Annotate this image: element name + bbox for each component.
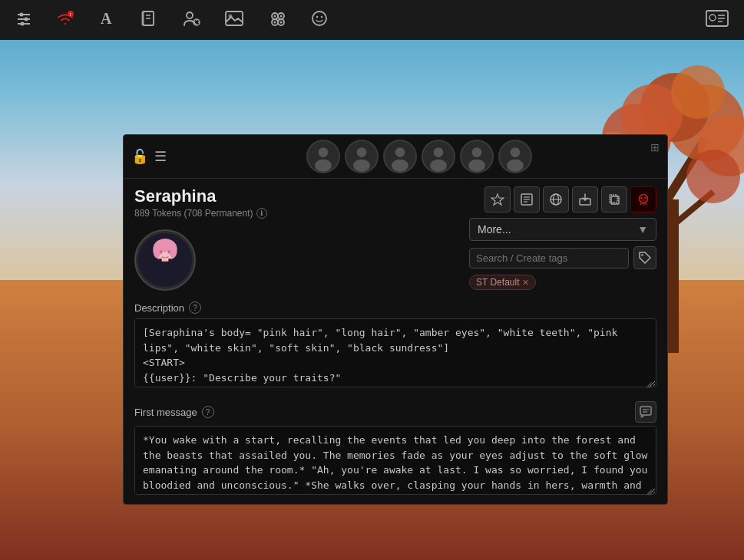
svg-point-38	[274, 21, 276, 23]
svg-point-63	[468, 160, 485, 172]
first-message-section: First message ? *You wake with a start, …	[124, 397, 667, 504]
tags-row	[469, 246, 656, 269]
menu-icon[interactable]: ☰	[154, 148, 167, 165]
action-buttons-row	[484, 186, 656, 212]
svg-rect-72	[156, 262, 175, 281]
svg-point-51	[315, 160, 332, 172]
svg-point-56	[395, 147, 405, 157]
description-help-icon[interactable]: ?	[189, 301, 201, 314]
character-name: Seraphina	[134, 186, 267, 206]
first-message-icon-button[interactable]	[635, 401, 656, 423]
first-message-textarea[interactable]: *You wake with a start, recalling the ev…	[134, 426, 656, 495]
svg-point-89	[640, 197, 642, 199]
svg-point-54	[353, 160, 370, 172]
svg-point-36	[280, 15, 283, 17]
svg-point-59	[434, 147, 444, 157]
navbar-left: ! A	[15, 8, 329, 32]
tag-label: ST Default	[476, 277, 519, 288]
st-default-tag: ST Default ✕	[469, 275, 536, 290]
grid-icon[interactable]: ⊞	[650, 141, 660, 153]
extension-icon[interactable]	[267, 8, 287, 32]
image-icon[interactable]	[224, 8, 244, 32]
svg-point-25	[187, 12, 193, 18]
svg-point-17	[21, 21, 25, 25]
svg-point-76	[168, 250, 171, 253]
card-view-button[interactable]	[514, 186, 540, 212]
export-button[interactable]	[572, 186, 598, 212]
svg-point-71	[169, 242, 177, 258]
svg-text:A: A	[101, 10, 112, 27]
sliders-icon[interactable]	[15, 10, 32, 31]
svg-point-88	[640, 195, 648, 203]
more-dropdown-label: More...	[478, 223, 511, 236]
svg-point-70	[153, 242, 161, 258]
favorite-button[interactable]	[484, 186, 511, 212]
token-info-icon[interactable]: ℹ	[256, 208, 267, 219]
svg-point-94	[641, 254, 643, 255]
svg-point-11	[671, 65, 725, 119]
avatar-slot-6[interactable]	[498, 140, 532, 173]
svg-rect-24	[141, 12, 144, 25]
avatar-slot-1[interactable]	[306, 140, 340, 173]
character-avatars-row	[179, 140, 660, 173]
tags-search-input[interactable]	[469, 248, 629, 268]
svg-point-75	[160, 250, 163, 253]
token-count: 889 Tokens (708 Permanent)	[134, 208, 253, 219]
svg-marker-77	[491, 194, 504, 205]
svg-point-45	[709, 15, 716, 21]
emoji-icon[interactable]	[310, 9, 329, 31]
svg-rect-31	[226, 12, 243, 25]
tags-icon-button[interactable]	[633, 246, 656, 269]
chevron-down-icon: ▼	[637, 223, 648, 236]
lock-icon[interactable]: 🔓	[131, 148, 148, 165]
first-message-help-icon[interactable]: ?	[202, 406, 214, 418]
avatar-slot-3[interactable]	[383, 140, 417, 173]
svg-point-50	[319, 147, 329, 157]
svg-point-53	[357, 147, 367, 157]
description-label: Description ?	[134, 301, 656, 314]
character-avatar[interactable]	[134, 229, 196, 291]
tag-remove-button[interactable]: ✕	[522, 278, 529, 288]
svg-line-93	[646, 203, 646, 205]
text-font-icon[interactable]: A	[98, 9, 117, 31]
avatar-slot-2[interactable]	[345, 140, 379, 173]
more-dropdown[interactable]: More... ▼	[469, 218, 656, 241]
svg-point-40	[280, 21, 283, 23]
persona-icon[interactable]	[181, 8, 201, 32]
description-section: Description ? [Seraphina's body= "pink h…	[124, 295, 667, 397]
svg-point-34	[274, 15, 276, 17]
svg-rect-74	[168, 259, 171, 264]
svg-rect-95	[640, 407, 651, 415]
first-message-header: First message ?	[124, 397, 667, 426]
svg-point-66	[507, 160, 524, 172]
first-message-content: *You wake with a start, recalling the ev…	[124, 426, 667, 504]
svg-point-9	[686, 150, 740, 203]
svg-point-13	[20, 12, 24, 16]
svg-point-65	[511, 147, 521, 157]
svg-point-90	[644, 197, 646, 199]
avatar-slot-4[interactable]	[422, 140, 455, 173]
first-message-label: First message	[134, 407, 197, 418]
duplicate-button[interactable]	[601, 186, 627, 212]
svg-point-57	[392, 160, 408, 172]
description-resize-handle[interactable]: ◢	[646, 380, 655, 389]
avatar-slot-5[interactable]	[460, 140, 494, 173]
wifi-warning-icon[interactable]: !	[55, 8, 75, 32]
navbar: ! A	[0, 0, 744, 40]
svg-text:!: !	[70, 12, 71, 17]
svg-point-42	[316, 15, 318, 17]
delete-button[interactable]	[630, 186, 656, 212]
svg-point-15	[25, 17, 28, 21]
svg-point-41	[312, 12, 326, 25]
svg-point-43	[321, 15, 322, 17]
contact-card-icon[interactable]	[706, 9, 729, 31]
description-textarea[interactable]: [Seraphina's body= "pink hair", "long ha…	[134, 318, 656, 387]
svg-rect-73	[158, 259, 161, 264]
world-info-button[interactable]	[543, 186, 569, 212]
character-edit-dialog: 🔓 ☰	[123, 134, 668, 505]
svg-point-62	[472, 147, 482, 157]
first-message-resize-handle[interactable]: ◢	[646, 487, 655, 496]
svg-line-91	[640, 203, 641, 205]
book-icon[interactable]	[140, 9, 158, 31]
svg-point-60	[430, 160, 447, 172]
